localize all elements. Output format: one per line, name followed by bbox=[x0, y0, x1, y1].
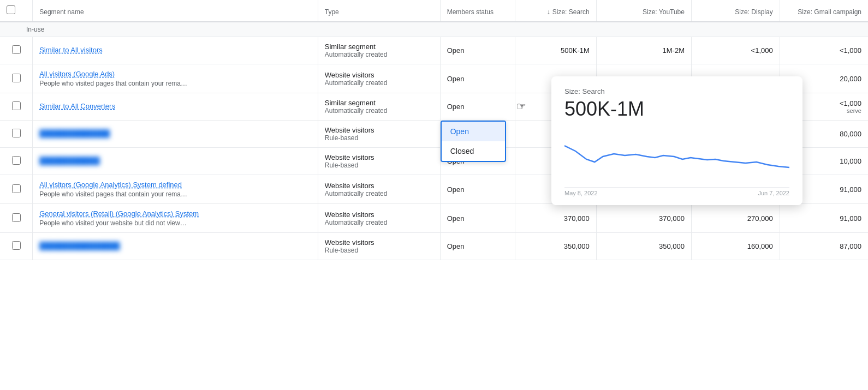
type-cell: Website visitors Rule-based bbox=[318, 148, 440, 175]
youtube-size-cell: 1M-2M bbox=[596, 37, 691, 64]
table-row: Similar to All visitors Similar segment … bbox=[0, 37, 868, 64]
segment-name-cell: Similar to All Converters bbox=[33, 93, 318, 121]
col-header-checkbox bbox=[0, 0, 33, 22]
col-header-display: Size: Display bbox=[691, 0, 780, 22]
segment-link[interactable]: All visitors (Google Ads) bbox=[39, 70, 311, 78]
chart-date-range: May 8, 2022 Jun 7, 2022 bbox=[564, 187, 789, 196]
col-header-search[interactable]: ↓Size: Search bbox=[515, 0, 596, 22]
youtube-size-cell: 370,000 bbox=[596, 204, 691, 233]
segment-link-blurred: ██████████████ bbox=[39, 129, 311, 137]
segment-name-cell: All visitors (Google Analytics) System d… bbox=[33, 175, 318, 204]
segment-name-cell: ██████████████ bbox=[33, 121, 318, 148]
status-cell: Open bbox=[440, 37, 515, 64]
type-cell: Similar segment Automatically created bbox=[318, 37, 440, 64]
row-checkbox-cell bbox=[0, 121, 33, 148]
display-size-cell: <1,000 bbox=[691, 37, 780, 64]
col-header-type: Type bbox=[318, 0, 440, 22]
col-header-status: Members status bbox=[440, 0, 515, 22]
table-row: ████████████████ Website visitors Rule-b… bbox=[0, 233, 868, 260]
status-dropdown[interactable]: Open Closed bbox=[441, 121, 506, 162]
row-checkbox[interactable] bbox=[12, 213, 21, 222]
segment-name-cell: ████████████████ bbox=[33, 233, 318, 260]
segment-link[interactable]: Similar to All visitors bbox=[39, 46, 311, 54]
group-header-in-use: In-use bbox=[0, 22, 868, 37]
row-checkbox-cell bbox=[0, 204, 33, 233]
status-cell: Open bbox=[440, 233, 515, 260]
select-all-checkbox[interactable] bbox=[7, 5, 15, 14]
type-cell: Similar segment Automatically created bbox=[318, 93, 440, 121]
search-size-cell: 370,000 bbox=[515, 204, 596, 233]
type-cell: Website visitors Automatically created bbox=[318, 64, 440, 93]
chart-label: Size: Search bbox=[564, 87, 789, 95]
segment-link-similar-converters[interactable]: Similar to All Converters bbox=[39, 102, 311, 110]
segment-name-cell: ████████████ bbox=[33, 148, 318, 175]
segment-link-blurred: ████████████████ bbox=[39, 242, 311, 250]
type-cell: Website visitors Automatically created bbox=[318, 204, 440, 233]
row-checkbox-cell bbox=[0, 37, 33, 64]
row-checkbox-cell bbox=[0, 64, 33, 93]
chart-svg-area bbox=[564, 129, 789, 184]
status-cell: Open bbox=[440, 64, 515, 93]
row-checkbox[interactable] bbox=[12, 45, 21, 54]
search-size-cell: 500K-1M bbox=[515, 37, 596, 64]
status-cell: Open bbox=[440, 204, 515, 233]
chart-date-start: May 8, 2022 bbox=[564, 190, 598, 196]
gmail-size-cell: <1,000 bbox=[780, 37, 868, 64]
row-checkbox[interactable] bbox=[12, 74, 21, 82]
col-header-youtube: Size: YouTube bbox=[596, 0, 691, 22]
row-checkbox-cell bbox=[0, 175, 33, 204]
gmail-size-cell: 87,000 bbox=[780, 233, 868, 260]
segment-link[interactable]: General visitors (Retail) (Google Analyt… bbox=[39, 209, 311, 218]
status-cell: Open bbox=[440, 93, 515, 121]
dropdown-option-closed[interactable]: Closed bbox=[442, 141, 505, 161]
segment-name-cell: Similar to All visitors bbox=[33, 37, 318, 64]
row-checkbox-cell bbox=[0, 93, 33, 121]
col-header-gmail: Size: Gmail campaign bbox=[780, 0, 868, 22]
status-cell: Open bbox=[440, 175, 515, 204]
search-size-cell: 350,000 bbox=[515, 233, 596, 260]
chart-tooltip-popup: Size: Search 500K-1M May 8, 2022 Jun 7, … bbox=[551, 76, 802, 205]
gmail-size-cell: 91,000 bbox=[780, 204, 868, 233]
youtube-size-cell: 350,000 bbox=[596, 233, 691, 260]
dropdown-option-open[interactable]: Open bbox=[442, 122, 505, 141]
display-size-cell: 160,000 bbox=[691, 233, 780, 260]
col-header-segment: Segment name bbox=[33, 0, 318, 22]
type-cell: Website visitors Rule-based bbox=[318, 233, 440, 260]
chart-date-end: Jun 7, 2022 bbox=[758, 190, 790, 196]
type-cell: Website visitors Rule-based bbox=[318, 121, 440, 148]
segment-name-cell: General visitors (Retail) (Google Analyt… bbox=[33, 204, 318, 233]
sort-down-icon: ↓ bbox=[547, 8, 550, 16]
row-checkbox-cell bbox=[0, 148, 33, 175]
row-checkbox-cell bbox=[0, 233, 33, 260]
display-size-cell: 270,000 bbox=[691, 204, 780, 233]
type-cell: Website visitors Automatically created bbox=[318, 175, 440, 204]
status-dropdown-cell[interactable]: Open Closed bbox=[440, 121, 515, 148]
row-checkbox[interactable] bbox=[12, 101, 21, 110]
chart-value: 500K-1M bbox=[564, 98, 789, 121]
table-row: General visitors (Retail) (Google Analyt… bbox=[0, 204, 868, 233]
segment-link-blurred: ████████████ bbox=[39, 157, 311, 165]
row-checkbox[interactable] bbox=[12, 129, 21, 137]
row-checkbox[interactable] bbox=[12, 156, 21, 165]
row-checkbox[interactable] bbox=[12, 184, 21, 193]
row-checkbox[interactable] bbox=[12, 241, 21, 250]
segment-name-cell: All visitors (Google Ads) People who vis… bbox=[33, 64, 318, 93]
table-container: Segment name Type Members status ↓Size: … bbox=[0, 0, 868, 390]
segment-link[interactable]: All visitors (Google Analytics) System d… bbox=[39, 181, 311, 189]
